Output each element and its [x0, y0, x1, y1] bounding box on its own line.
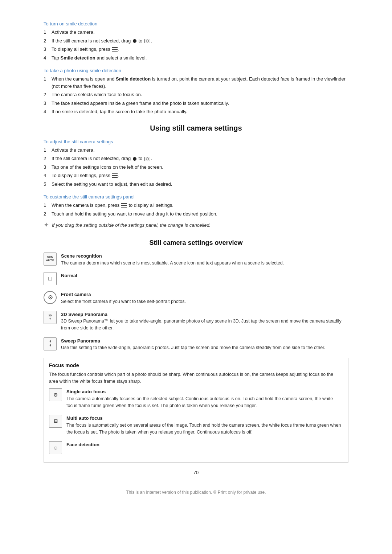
- list-item: 3 Tap one of the settings icons on the l…: [44, 164, 348, 171]
- front-camera-desc: Select the front camera if you want to t…: [61, 298, 186, 305]
- settings-item-scene: SCNAUTO Scene recognition The camera det…: [44, 253, 348, 266]
- settings-item-multi-auto: ⊟ Multi auto focus The focus is automati…: [49, 415, 343, 435]
- single-auto-focus-icon: ⊝: [49, 388, 62, 401]
- face-detection-title: Face detection: [66, 441, 99, 448]
- settings-item-sweep: ↟↟ Sweep Panorama Use this setting to ta…: [44, 337, 348, 351]
- tip-box: ✦ If you drag the setting outside of the…: [44, 222, 348, 229]
- 3d-sweep-icon: 3D↟: [44, 311, 57, 324]
- list-item: 3 The face selected appears inside a gre…: [44, 100, 348, 107]
- list-item: 2 If the still camera is not selected, d…: [44, 155, 348, 162]
- list-item: 4 If no smile is detected, tap the scree…: [44, 108, 348, 115]
- overview-heading: Still camera settings overview: [44, 239, 348, 247]
- tip-icon: ✦: [44, 221, 49, 229]
- multi-auto-focus-icon: ⊟: [49, 415, 62, 428]
- face-detection-icon: ☺: [49, 441, 62, 454]
- settings-overview: SCNAUTO Scene recognition The camera det…: [44, 253, 348, 351]
- smile-detection-heading: To turn on smile detection: [44, 21, 348, 26]
- list-item: 3 To display all settings, press .: [44, 46, 348, 53]
- tip-text: If you drag the setting outside of the s…: [52, 222, 211, 229]
- adjust-settings-heading: To adjust the still camera settings: [44, 139, 348, 144]
- customise-settings-steps: 1 When the camera is open, press to disp…: [44, 202, 348, 217]
- circle-dot-icon: [133, 157, 136, 161]
- menu-icon: [112, 173, 118, 178]
- list-item: 1 When the camera is open, press to disp…: [44, 202, 348, 209]
- list-item: 2 If the still camera is not selected, d…: [44, 37, 348, 45]
- settings-item-front-camera: ⊙ Front camera Select the front camera i…: [44, 291, 348, 305]
- list-item: 1 When the camera is open and Smile dete…: [44, 75, 348, 90]
- multi-auto-focus-desc: The focus is automatically set on severa…: [66, 422, 343, 436]
- page-number: 70: [44, 470, 348, 475]
- list-item: 5 Select the setting you want to adjust,…: [44, 181, 348, 188]
- camera-icon: [144, 157, 150, 161]
- scene-recognition-desc: The camera determines which scene is mos…: [61, 260, 284, 267]
- page-content: To turn on smile detection 1 Activate th…: [44, 21, 348, 495]
- list-item: 2 The camera selects which face to focus…: [44, 91, 348, 98]
- take-photo-steps: 1 When the camera is open and Smile dete…: [44, 75, 348, 115]
- list-item: 2 Touch and hold the setting you want to…: [44, 210, 348, 218]
- footer-note: This is an Internet version of this publ…: [44, 490, 348, 495]
- customise-settings-heading: To customise the still camera settings p…: [44, 194, 348, 200]
- focus-mode-desc: The focus function controls which part o…: [49, 371, 343, 385]
- menu-icon: [112, 47, 118, 52]
- settings-item-face-detection: ☺ Face detection: [49, 441, 343, 454]
- front-camera-title: Front camera: [61, 291, 186, 298]
- take-photo-heading: To take a photo using smile detection: [44, 68, 348, 73]
- focus-mode-section: Focus mode The focus function controls w…: [44, 358, 348, 463]
- scene-recognition-icon: SCNAUTO: [44, 253, 57, 266]
- sweep-panorama-icon: ↟↟: [44, 337, 57, 350]
- list-item: 4 Tap Smile detection and select a smile…: [44, 54, 348, 62]
- settings-item-single-auto: ⊝ Single auto focus The camera automatic…: [49, 388, 343, 409]
- single-auto-focus-desc: The camera automatically focuses on the …: [66, 395, 343, 409]
- normal-icon: □: [44, 272, 57, 285]
- 3d-sweep-title: 3D Sweep Panorama: [61, 311, 348, 318]
- list-item: 1 Activate the camera.: [44, 147, 348, 154]
- sweep-panorama-desc: Use this setting to take wide-angle, pan…: [61, 344, 325, 351]
- settings-item-3d-sweep: 3D↟ 3D Sweep Panorama 3D Sweep Panorama™…: [44, 311, 348, 332]
- single-auto-focus-title: Single auto focus: [66, 388, 343, 395]
- 3d-sweep-desc: 3D Sweep Panorama™ let you to take wide-…: [61, 318, 348, 332]
- normal-title: Normal: [61, 272, 77, 279]
- focus-mode-title: Focus mode: [49, 362, 343, 368]
- adjust-settings-steps: 1 Activate the camera. 2 If the still ca…: [44, 147, 348, 188]
- scene-recognition-title: Scene recognition: [61, 253, 284, 260]
- still-camera-heading: Using still camera settings: [44, 124, 348, 132]
- sweep-panorama-title: Sweep Panorama: [61, 337, 325, 345]
- multi-auto-focus-title: Multi auto focus: [66, 415, 343, 422]
- list-item: 4 To display all settings, press .: [44, 172, 348, 179]
- settings-item-normal: □ Normal: [44, 272, 348, 285]
- camera-icon: [144, 39, 150, 43]
- circle-dot-icon: [133, 39, 136, 43]
- smile-detection-steps: 1 Activate the camera. 2 If the still ca…: [44, 29, 348, 61]
- front-camera-icon: ⊙: [44, 291, 57, 304]
- list-item: 1 Activate the camera.: [44, 29, 348, 36]
- menu-icon: [121, 203, 127, 208]
